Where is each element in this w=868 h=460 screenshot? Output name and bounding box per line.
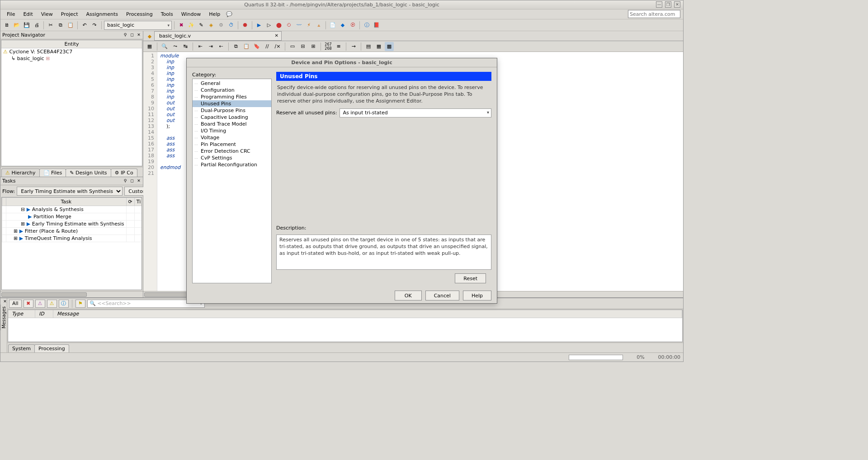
category-item[interactable]: Configuration xyxy=(193,87,271,94)
tab-ip-components[interactable]: ⚙ IP Co xyxy=(111,169,137,177)
tab-system[interactable]: System xyxy=(8,344,35,352)
menu-project[interactable]: Project xyxy=(57,10,82,18)
panel-float-icon[interactable]: ◻ xyxy=(129,178,135,184)
task-table[interactable]: Task ⟳ Ti ⊟ ▶ Analysis & Synthesis ▶ Par… xyxy=(1,197,142,290)
line-num-icon[interactable]: 267268 xyxy=(324,42,333,51)
category-item[interactable]: Pin Placement xyxy=(193,141,271,148)
category-item[interactable]: Unused Pins xyxy=(193,100,271,107)
category-item[interactable]: General xyxy=(193,80,271,87)
grid2-icon[interactable]: ▦ xyxy=(374,42,383,51)
device-row[interactable]: ⚠ Cyclone V: 5CEBA4F23C7 xyxy=(1,48,142,55)
paste-icon[interactable]: 📋 xyxy=(66,21,75,30)
info-filter-icon[interactable]: ⓘ xyxy=(59,300,69,308)
settings-icon[interactable]: ✖ xyxy=(177,21,186,30)
expand-icon[interactable]: ⊞ xyxy=(14,228,18,234)
table-icon[interactable]: ▦ xyxy=(145,42,154,51)
expand-icon[interactable]: ⊞ xyxy=(14,235,18,241)
find-next-icon[interactable]: ⤳ xyxy=(170,42,179,51)
wand-icon[interactable]: ✨ xyxy=(187,21,196,30)
task-row[interactable]: ⊞ ▶ Fitter (Place & Route) xyxy=(2,228,142,235)
indent-left-icon[interactable]: ⇤ xyxy=(196,42,205,51)
net-icon[interactable]: ⟁ xyxy=(314,21,323,30)
project-selector[interactable]: basic_logic xyxy=(104,21,172,30)
category-item[interactable]: Error Detection CRC xyxy=(193,148,271,155)
flow-select[interactable]: Early Timing Estimate with Synthesis xyxy=(17,187,123,196)
search-altera-input[interactable] xyxy=(628,10,680,18)
tab-design-units[interactable]: ✎ Design Units xyxy=(66,169,111,177)
play-icon[interactable]: ▶ xyxy=(255,21,264,30)
menu-file[interactable]: File xyxy=(3,10,19,18)
undo-icon[interactable]: ↶ xyxy=(80,21,89,30)
chip-icon[interactable]: ◈ xyxy=(207,21,216,30)
menu-assignments[interactable]: Assignments xyxy=(82,10,122,18)
window-close-button[interactable]: ✕ xyxy=(674,1,680,8)
indent-right-icon[interactable]: ⇥ xyxy=(206,42,215,51)
ok-button[interactable]: OK xyxy=(395,291,422,300)
ruler-icon[interactable]: ≡ xyxy=(334,42,343,51)
category-item[interactable]: Capacitive Loading xyxy=(193,114,271,121)
cut-icon[interactable]: ✂ xyxy=(46,21,55,30)
left-hscrollbar[interactable] xyxy=(0,291,143,297)
category-item[interactable]: Voltage xyxy=(193,134,271,141)
comment-icon[interactable]: // xyxy=(263,42,272,51)
compile-icon[interactable]: ⬤ xyxy=(274,21,283,30)
expand-icon[interactable]: ⊞ xyxy=(309,42,318,51)
reserve-unused-pins-select[interactable]: As input tri-stated xyxy=(340,108,491,117)
task-row[interactable]: ▶ Partition Merge xyxy=(2,213,142,221)
collapse-icon[interactable]: ⊟ xyxy=(298,42,307,51)
replace-icon[interactable]: ↹ xyxy=(181,42,190,51)
reset-button[interactable]: Reset xyxy=(455,273,486,283)
tree-icon[interactable]: ⦿ xyxy=(348,21,357,30)
play-gear-icon[interactable]: ▷ xyxy=(264,21,274,30)
doc-icon[interactable]: 📄 xyxy=(328,21,337,30)
info-icon[interactable]: ⓘ xyxy=(362,21,371,30)
tab-close-icon[interactable]: ✕ xyxy=(275,33,278,38)
book-icon[interactable]: 📕 xyxy=(372,21,381,30)
uncomment-icon[interactable]: /× xyxy=(273,42,282,51)
project-tree[interactable]: Entity ⚠ Cyclone V: 5CEBA4F23C7 ↳ basic_… xyxy=(1,40,142,166)
category-item[interactable]: CvP Settings xyxy=(193,155,271,161)
outdent-icon[interactable]: ⇠ xyxy=(217,42,226,51)
critical-filter-icon[interactable]: ⚠ xyxy=(35,300,45,308)
window-minimize-button[interactable]: — xyxy=(656,1,662,8)
tab-hierarchy[interactable]: ⚠ Hierarchy xyxy=(1,169,40,177)
menu-window[interactable]: Window xyxy=(178,10,204,18)
menu-view[interactable]: View xyxy=(38,10,57,18)
open-file-icon[interactable]: 📂 xyxy=(12,21,21,30)
warning-filter-icon[interactable]: ⚠ xyxy=(47,300,57,308)
find-icon[interactable]: 🔍 xyxy=(160,42,169,51)
stop-icon[interactable]: ⬣ xyxy=(241,21,250,30)
messages-all-button[interactable]: All xyxy=(9,300,22,308)
menu-tools[interactable]: Tools xyxy=(157,10,177,18)
panel-close-icon[interactable]: ✕ xyxy=(136,32,142,38)
copy2-icon[interactable]: ⧉ xyxy=(231,42,241,51)
graph-icon[interactable]: ⚡ xyxy=(304,21,313,30)
category-item[interactable]: Partial Reconfiguration xyxy=(193,161,271,168)
shield-icon[interactable]: ◆ xyxy=(338,21,347,30)
task-row[interactable]: ⊟ ▶ Analysis & Synthesis xyxy=(2,206,142,213)
wave-icon[interactable]: 〰 xyxy=(294,21,303,30)
arrow-right-icon[interactable]: → xyxy=(349,42,358,51)
redo-icon[interactable]: ↷ xyxy=(90,21,99,30)
error-filter-icon[interactable]: ✖ xyxy=(24,300,33,308)
grid1-icon[interactable]: ▤ xyxy=(364,42,373,51)
flag-filter-icon[interactable]: ⚑ xyxy=(75,300,85,308)
code-lines[interactable]: module inp inp inp inp inp inp inp out o… xyxy=(157,52,183,291)
menu-help[interactable]: Help xyxy=(205,10,224,18)
top-entity-row[interactable]: ↳ basic_logic ⊞ xyxy=(1,55,142,62)
task-row[interactable]: ⊞ ▶ TimeQuest Timing Analysis xyxy=(2,235,142,242)
tab-processing[interactable]: Processing xyxy=(34,344,69,352)
panel-close-icon[interactable]: ✕ xyxy=(136,178,142,184)
category-list[interactable]: GeneralConfigurationProgramming FilesUnu… xyxy=(192,79,272,283)
new-file-icon[interactable]: 🗎 xyxy=(2,21,11,30)
cancel-button[interactable]: Cancel xyxy=(425,291,459,300)
home-icon[interactable]: ◆ xyxy=(145,32,154,41)
block-icon[interactable]: ▭ xyxy=(288,42,297,51)
pencil-icon[interactable]: ✎ xyxy=(197,21,206,30)
expand-icon[interactable]: ⊟ xyxy=(21,207,25,212)
category-item[interactable]: I/O Timing xyxy=(193,127,271,134)
help-icon[interactable]: 💬 xyxy=(225,10,234,19)
window-maximize-button[interactable]: ❐ xyxy=(665,1,671,8)
messages-table[interactable]: Type ID Message xyxy=(8,310,683,342)
gear-icon[interactable]: ⚙ xyxy=(217,21,226,30)
